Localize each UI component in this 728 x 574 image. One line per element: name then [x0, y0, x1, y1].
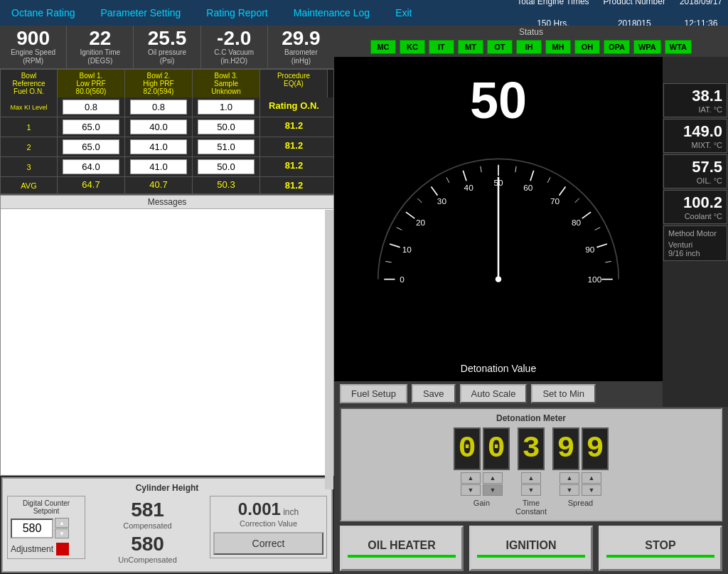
- svg-line-14: [463, 171, 466, 181]
- gauge-value: 50: [470, 71, 527, 129]
- spread-arrows: ▲ ▼ ▲ ▼: [560, 472, 601, 496]
- status-it[interactable]: IT: [429, 40, 454, 54]
- row1-bowl2[interactable]: [125, 117, 193, 137]
- gain-label: Gain: [473, 499, 490, 507]
- row3-bowl2[interactable]: [125, 157, 193, 176]
- gauge-area: 50 0102030405060708090100 Detonation Va: [334, 57, 663, 381]
- row3-bowl3[interactable]: [193, 157, 260, 176]
- correct-button[interactable]: Correct: [213, 532, 323, 555]
- set-to-min-btn[interactable]: Set to Min: [531, 384, 596, 403]
- row3-rating: 81.2: [260, 157, 328, 176]
- status-mc[interactable]: MC: [370, 40, 396, 54]
- spread-down-1[interactable]: ▼: [560, 484, 579, 496]
- svg-text:30: 30: [437, 196, 447, 206]
- fuel-setup-btn[interactable]: Fuel Setup: [340, 384, 407, 403]
- spread-up-2[interactable]: ▲: [582, 472, 601, 484]
- status-opa[interactable]: OPA: [604, 40, 630, 54]
- spread-up-1[interactable]: ▲: [560, 472, 579, 484]
- stat-oil-pressure: 25.5 Oil pressure (Psi): [134, 26, 200, 68]
- svg-text:60: 60: [523, 183, 533, 193]
- stop-btn[interactable]: STOP: [599, 526, 722, 571]
- status-ot[interactable]: OT: [487, 40, 513, 54]
- method-motor-box: Method Motor Venturi 9/16 inch: [663, 225, 727, 261]
- avg-bowl1: 64.7: [58, 177, 125, 193]
- setpoint-arrows: ▲ ▼: [55, 518, 69, 538]
- header-bowl1: Bowl 1. Low PRF 80.0(560): [58, 70, 125, 97]
- gauge-svg: 0102030405060708090100: [334, 141, 663, 297]
- left-panel: 900 Engine Speed (RPM) 22 Ignition Time …: [0, 26, 334, 574]
- oil-heater-btn[interactable]: OIL HEATER: [340, 526, 464, 571]
- svg-text:70: 70: [550, 196, 560, 206]
- status-wpa[interactable]: WPA: [633, 40, 661, 54]
- menu-maintenance-log[interactable]: Maintenance Log: [288, 4, 375, 21]
- tc-up[interactable]: ▲: [521, 472, 541, 484]
- svg-text:90: 90: [585, 245, 595, 255]
- row3-bowl1[interactable]: [58, 157, 125, 176]
- spread-arrow-group-1: ▲ ▼: [560, 472, 579, 496]
- ki-rating: Rating O.N.: [260, 97, 328, 117]
- bottom-controls: Fuel Setup Save Auto Scale Set to Min De…: [334, 381, 728, 574]
- gain-down-1[interactable]: ▼: [461, 484, 481, 496]
- row2-bowl2[interactable]: [125, 137, 193, 156]
- avg-bowl2: 40.7: [125, 177, 193, 193]
- ki-bowl3[interactable]: [193, 97, 260, 117]
- gain-down-2[interactable]: ▼: [483, 484, 503, 496]
- status-buttons: MC KC IT MT OT IH MH OH OPA WPA WTA: [340, 40, 722, 54]
- svg-line-22: [547, 177, 550, 183]
- tc-down[interactable]: ▼: [521, 484, 541, 496]
- correction-block: 0.001 inch Correction Value Correct: [210, 496, 327, 558]
- status-mh[interactable]: MH: [545, 40, 571, 54]
- status-mt[interactable]: MT: [458, 40, 483, 54]
- row2-bowl1[interactable]: [58, 137, 125, 156]
- gain-up-1[interactable]: ▲: [461, 472, 481, 484]
- svg-text:10: 10: [402, 245, 412, 255]
- temp-oil: 57.5 OIL. °C: [663, 154, 727, 188]
- svg-line-11: [432, 187, 438, 196]
- ignition-btn[interactable]: IGNITION: [469, 526, 593, 571]
- row1-bowl1[interactable]: [58, 117, 125, 137]
- setpoint-input[interactable]: [11, 519, 53, 538]
- header-bowl3: Bowl 3. Sample Unknown: [193, 70, 260, 97]
- status-ih[interactable]: IH: [516, 40, 542, 54]
- row2-bowl3[interactable]: [193, 137, 260, 156]
- detonation-label: Detonation Value: [461, 363, 536, 374]
- spread-label: Spread: [568, 499, 593, 507]
- auto-scale-btn[interactable]: Auto Scale: [460, 384, 528, 403]
- header-proc: Procedure EQ(A): [260, 70, 328, 97]
- gain-arrows: ▲ ▼ ▲ ▼: [461, 472, 503, 496]
- menu-rating-report[interactable]: Rating Report: [200, 4, 273, 21]
- svg-line-5: [390, 244, 400, 248]
- svg-line-8: [406, 212, 414, 218]
- temp-sidebar: 38.1 IAT. °C 149.0 MIXT. °C 57.5 OIL. °C…: [663, 83, 728, 407]
- header-bowl-ref: Bowl Reference Fuel O.N.: [1, 70, 58, 97]
- setpoint-down-btn[interactable]: ▼: [55, 528, 69, 538]
- svg-line-16: [481, 166, 481, 172]
- save-btn[interactable]: Save: [412, 384, 456, 403]
- setpoint-up-btn[interactable]: ▲: [55, 518, 69, 528]
- menu-parameter-setting[interactable]: Parameter Setting: [95, 4, 187, 21]
- messages-content[interactable]: [1, 209, 333, 474]
- menu-octane-rating[interactable]: Octane Rating: [6, 4, 81, 21]
- svg-line-25: [575, 198, 579, 203]
- menu-exit[interactable]: Exit: [390, 4, 417, 21]
- compensated-value: 581: [92, 499, 203, 521]
- spread-group: 9 9 ▲ ▼ ▲ ▼: [552, 427, 609, 507]
- right-panel: Status MC KC IT MT OT IH MH OH OPA WPA W…: [334, 26, 728, 574]
- gain-group: 0 0 ▲ ▼ ▲ ▼: [454, 427, 510, 507]
- spread-digit-2: 9: [582, 427, 609, 470]
- correction-unit: inch: [283, 507, 299, 517]
- status-wta[interactable]: WTA: [665, 40, 692, 54]
- scroll-bar[interactable]: [325, 210, 333, 489]
- ki-bowl2[interactable]: [125, 97, 193, 117]
- gain-digit-1: 0: [454, 427, 481, 470]
- ki-bowl1[interactable]: [58, 97, 125, 117]
- status-oh[interactable]: OH: [574, 40, 600, 54]
- spread-down-2[interactable]: ▼: [582, 484, 601, 496]
- ki-row: Max KI Level Rating O.N.: [1, 97, 333, 117]
- gain-up-2[interactable]: ▲: [483, 472, 503, 484]
- status-kc[interactable]: KC: [400, 40, 425, 54]
- row1-bowl3[interactable]: [193, 117, 260, 137]
- time-constant-displays: 3: [518, 427, 545, 470]
- stat-cc-vacuum: -2.0 C.C Vacuum (in.H2O): [201, 26, 268, 68]
- row1-rating: 81.2: [260, 117, 328, 137]
